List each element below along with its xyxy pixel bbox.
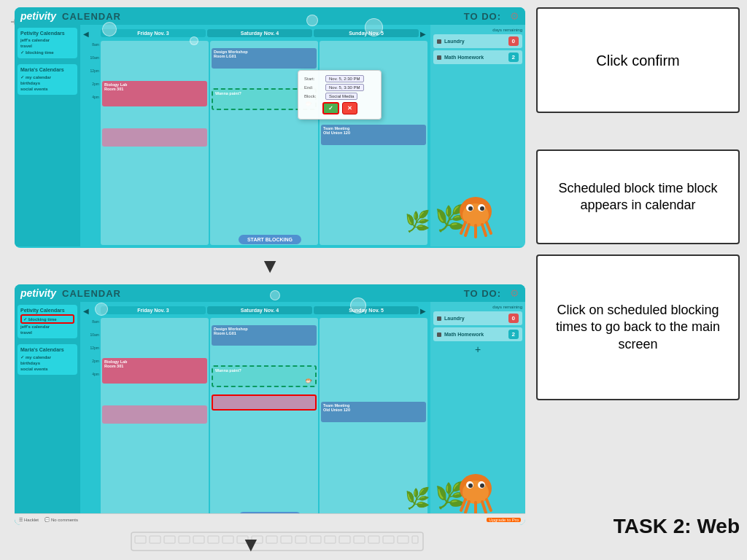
- sidebar-item-travel1[interactable]: travel: [20, 43, 74, 49]
- block-popup: Start: Nov. 5, 2:30 PM End: Nov. 5, 3:30…: [298, 70, 382, 120]
- instruction-text-2: Scheduled block time block appears in ca…: [549, 180, 727, 214]
- petivity-logo1: petivity: [20, 10, 56, 22]
- popup-start-row: Start: Nov. 5, 2:30 PM: [304, 75, 375, 82]
- svg-point-41: [480, 206, 484, 211]
- sidebar-item-blocking1[interactable]: ✓ blocking time: [20, 49, 74, 55]
- todo-item-math2[interactable]: Math Homework 2: [433, 327, 522, 341]
- main-container: petivity CALENDAR TO DO: ⚙ Petivity Cale…: [0, 0, 747, 560]
- settings-icon1[interactable]: ⚙: [510, 10, 519, 22]
- friday-event-biolab1[interactable]: Biology LabRoom 301: [102, 81, 207, 106]
- friday-event-mauve2[interactable]: [102, 405, 207, 424]
- saturday-col2: Design WorkshopRoom LG01 Wanna paint? 🐡: [210, 318, 318, 522]
- todo-laundry-days1: 0: [508, 36, 519, 46]
- nav-right1[interactable]: ▶: [420, 26, 427, 39]
- svg-point-46: [468, 483, 473, 488]
- sidebar-item-birthdays2[interactable]: birthdays: [20, 360, 74, 366]
- friday-col2: Biology LabRoom 301: [101, 318, 209, 522]
- arrow-between: ▼: [15, 255, 525, 277]
- sidebar-item-mycal2[interactable]: ✓ my calendar: [20, 354, 74, 360]
- time-4pm2: 4pm: [83, 372, 99, 376]
- svg-point-47: [480, 483, 484, 488]
- friday-event-biolab2[interactable]: Biology LabRoom 301: [102, 358, 207, 384]
- sunday-header2: Sunday Nov. 5: [314, 306, 419, 314]
- settings-icon2[interactable]: ⚙: [510, 287, 519, 299]
- upgrade-btn[interactable]: Upgrade to Pro: [487, 518, 521, 522]
- friday-header2: Friday Nov. 3: [101, 306, 206, 314]
- friday-event-mauve1[interactable]: [102, 128, 207, 147]
- toolbar-hacklet[interactable]: ☰ Hacklet: [19, 517, 39, 522]
- nav-right2[interactable]: ▶: [420, 303, 427, 316]
- sunday-event-meeting2[interactable]: Team MeetingOld Union 120: [321, 402, 426, 422]
- calendar-main1: ◀ Friday Nov. 3 Saturday Nov. 4 Sunday N…: [80, 25, 430, 246]
- time-10am: 10am: [83, 55, 99, 60]
- sidebar-item-travel2[interactable]: travel: [20, 330, 74, 335]
- instruction-box-1: Click confirm: [536, 7, 740, 113]
- friday-col1: Biology LabRoom 301: [101, 41, 209, 245]
- calendar-body1: 8am 10am 12pm 2pm 4pm Biology LabRoom 30…: [83, 41, 427, 245]
- todo-add-btn2[interactable]: +: [433, 343, 522, 355]
- popup-buttons: ✓ ✕: [304, 102, 375, 114]
- instruction-text-1: Click confirm: [596, 51, 679, 70]
- sidebar2: Petivity Calendars ✓ blocking time jeff'…: [15, 302, 80, 524]
- bottom-arrow-icon: ▼: [241, 533, 261, 556]
- saturday-blocking-event[interactable]: [212, 394, 317, 411]
- sidebar-item-jeff1[interactable]: jeff's calendar: [20, 37, 74, 43]
- sidebar-item-jeff2[interactable]: jeff's calendar: [20, 324, 74, 330]
- time-8am: 8am: [83, 42, 99, 47]
- sidebar-item-mycal1[interactable]: ✓ my calendar: [20, 74, 74, 80]
- todo-math-days2: 2: [508, 330, 519, 339]
- todo-item-laundry1[interactable]: Laundry 0: [433, 34, 522, 48]
- popup-end-row: End: Nov. 5, 3:30 PM: [304, 84, 375, 91]
- time-8am2: 8am: [83, 319, 99, 324]
- todo-laundry-days2: 0: [508, 314, 519, 323]
- screenshot2: petivity CALENDAR TO DO: ⚙ Petivity Cale…: [15, 284, 525, 525]
- instruction-text-3: Click on scheduled blocking times to go …: [549, 302, 727, 353]
- todo-title1: TO DO:: [464, 11, 501, 22]
- time-col1: 8am 10am 12pm 2pm 4pm: [83, 41, 99, 245]
- popup-start-label: Start:: [304, 77, 322, 81]
- sidebar-section-petivity1: Petivity Calendars jeff's calendar trave…: [18, 28, 77, 58]
- sidebar-item-social1[interactable]: social events: [20, 86, 74, 92]
- confirm-button[interactable]: ✓: [322, 102, 339, 114]
- todo-dot4: [437, 332, 441, 337]
- sidebar1: Petivity Calendars jeff's calendar trave…: [15, 25, 80, 246]
- todo-laundry-text1: Laundry: [444, 39, 506, 44]
- cancel-button[interactable]: ✕: [342, 102, 357, 114]
- start-blocking-btn1[interactable]: START BLOCKING: [239, 235, 301, 244]
- calendar-body2: 8am 10am 12pm 2pm 4pm Biology LabRoom 30…: [83, 318, 427, 522]
- saturday-event-design2[interactable]: Design WorkshopRoom LG01: [212, 325, 317, 346]
- saturday-event-paint2[interactable]: Wanna paint? 🐡: [212, 365, 317, 387]
- todo-math-days1: 2: [508, 52, 519, 62]
- screenshot2-wrapper: petivity CALENDAR TO DO: ⚙ Petivity Cale…: [15, 284, 525, 525]
- time-12pm: 12pm: [83, 69, 99, 73]
- time-4pm: 4pm: [83, 95, 99, 99]
- time-10am2: 10am: [83, 332, 99, 337]
- sidebar-section-maria2: Maria's Calendars ✓ my calendar birthday…: [18, 344, 77, 375]
- popup-block-value: Social Media: [325, 93, 357, 100]
- calendar-title2: CALENDAR: [62, 288, 121, 299]
- popup-start-value: Nov. 5, 2:30 PM: [325, 75, 364, 82]
- days-remaining-label1: days remaining: [433, 28, 522, 32]
- calendar-main2: ◀ Friday Nov. 3 Saturday Nov. 4 Sunday N…: [80, 302, 430, 524]
- nav-left1[interactable]: ◀: [83, 26, 99, 39]
- instruction-box-2: Scheduled block time block appears in ca…: [536, 149, 740, 244]
- bottom-toolbar: ☰ Hacklet 💬 No comments Upgrade to Pro: [15, 513, 525, 525]
- saturday-event-design1[interactable]: Design WorkshopRoom LG01: [212, 48, 317, 69]
- todo-dot3: [437, 316, 441, 321]
- days-remaining-label2: days remaining: [433, 305, 522, 309]
- petivity-logo2: petivity: [20, 287, 56, 299]
- spacer-arrow: [536, 120, 740, 142]
- sidebar-item-blocking2[interactable]: ✓ blocking time: [20, 314, 74, 324]
- saturday-header2: Saturday Nov. 4: [207, 306, 312, 314]
- app-header1: petivity CALENDAR TO DO: ⚙: [15, 7, 525, 25]
- sunday-event-meeting1[interactable]: Team MeetingOld Union 120: [321, 125, 426, 145]
- todo-laundry-text2: Laundry: [444, 316, 506, 321]
- sidebar-maria-title2: Maria's Calendars: [20, 347, 74, 352]
- todo-item-math1[interactable]: Math Homework 2: [433, 50, 522, 64]
- octopus1: [452, 193, 500, 241]
- sidebar-item-birthdays1[interactable]: birthdays: [20, 80, 74, 86]
- todo-item-laundry2[interactable]: Laundry 0: [433, 311, 522, 325]
- sidebar-item-social2[interactable]: social events: [20, 366, 74, 372]
- octopus2: [452, 470, 500, 518]
- toolbar-comments[interactable]: 💬 No comments: [44, 517, 78, 522]
